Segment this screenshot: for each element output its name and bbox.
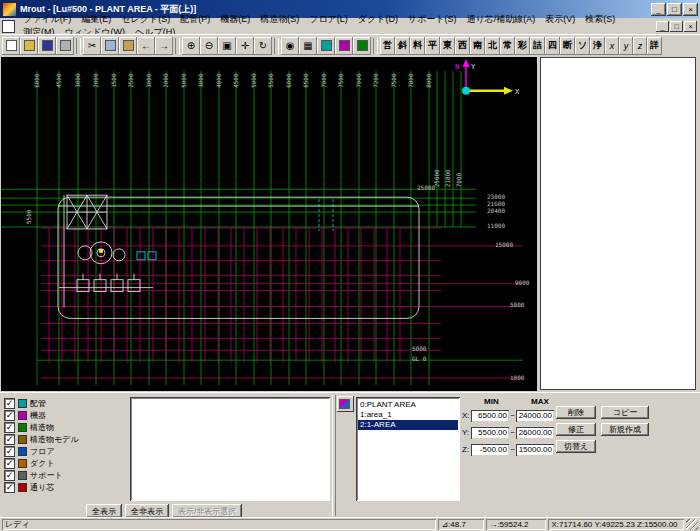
menu-item-6[interactable]: フロア(L)	[304, 13, 353, 25]
menu-item-9[interactable]: 通り芯/補助線(A)	[462, 13, 541, 25]
toolbar-separator	[175, 38, 180, 54]
zoom-out-icon[interactable]: ⊖	[200, 37, 218, 55]
view-button-13[interactable]: ソ	[575, 37, 590, 55]
layer-checkbox-2[interactable]: ✓	[4, 422, 15, 433]
resize-grip[interactable]	[686, 519, 698, 530]
toolbar: ✂←→⊕⊖▣✛↻◉▦営斜料平東西南北常彩詰四断ソ浄xyz詳	[0, 34, 700, 56]
visibility-eye-icon[interactable]: ◉	[281, 37, 299, 55]
view-button-14[interactable]: 浄	[590, 37, 605, 55]
print-icon[interactable]	[56, 37, 74, 55]
view-button-3[interactable]: 平	[425, 37, 440, 55]
svg-text:2500: 2500	[127, 73, 134, 88]
svg-text:9000: 9000	[515, 279, 530, 286]
axis-button-x[interactable]: x	[605, 37, 619, 55]
menu-item-11[interactable]: 検索(S)	[580, 13, 620, 25]
child-close-button[interactable]: ×	[684, 21, 697, 32]
detail-button[interactable]: 詳	[647, 37, 662, 55]
menu-item-10[interactable]: 表示(V)	[540, 13, 580, 25]
layer-checkbox-4[interactable]: ✓	[4, 446, 15, 457]
hide-all-button[interactable]: 全非表示	[125, 504, 169, 518]
view-button-5[interactable]: 西	[455, 37, 470, 55]
tilde-label: ~	[509, 445, 516, 454]
svg-text:5000: 5000	[412, 345, 427, 352]
menu-item-7[interactable]: ダクト(D)	[353, 13, 403, 25]
redraw-icon[interactable]: ↻	[254, 37, 272, 55]
pipe-route-icon[interactable]	[317, 37, 335, 55]
undo-icon[interactable]: ←	[137, 37, 155, 55]
pipe-icon	[18, 399, 27, 408]
switch-button[interactable]: 切替え	[556, 440, 596, 453]
range-x-min-field[interactable]	[471, 410, 509, 422]
view-button-8[interactable]: 常	[500, 37, 515, 55]
side-list-panel[interactable]	[540, 57, 696, 390]
delete-button[interactable]: 削除	[556, 406, 596, 419]
view-button-11[interactable]: 四	[545, 37, 560, 55]
range-z-min-field[interactable]	[471, 444, 509, 456]
axis-label-x: X:	[462, 411, 471, 420]
area-tool-icon	[339, 399, 350, 409]
redo-icon[interactable]: →	[155, 37, 173, 55]
structure-icon[interactable]	[353, 37, 371, 55]
area-list-item-2[interactable]: 2:1-AREA	[358, 420, 458, 430]
show-all-button[interactable]: 全表示	[86, 504, 122, 518]
view-button-6[interactable]: 南	[470, 37, 485, 55]
area-tool-button[interactable]	[337, 396, 354, 412]
layer-checkbox-3[interactable]: ✓	[4, 434, 15, 445]
area-list-item-0[interactable]: 0:PLANT AREA	[358, 400, 458, 410]
new-file-icon[interactable]	[2, 37, 20, 55]
cad-viewport[interactable]: 6000450030002000150025003000200050003000…	[1, 57, 537, 391]
layer-checkbox-7[interactable]: ✓	[4, 482, 15, 493]
menu-item-0[interactable]: ファイル(F)	[18, 13, 76, 25]
menu-bar: ファイル(F)編集(E)セレクト(S)配管(P)機器(E)構造物(S)フロア(L…	[0, 18, 700, 34]
pan-icon[interactable]: ✛	[236, 37, 254, 55]
save-icon[interactable]	[38, 37, 56, 55]
child-restore-button[interactable]: □	[670, 21, 683, 32]
panel-splitter[interactable]	[332, 395, 336, 516]
view-button-4[interactable]: 東	[440, 37, 455, 55]
grid-icon[interactable]: ▦	[299, 37, 317, 55]
show-hide-select-button[interactable]: 表示/非表示選択	[172, 504, 242, 518]
menu-item-8[interactable]: サポート(S)	[403, 13, 462, 25]
view-button-1[interactable]: 斜	[395, 37, 410, 55]
view-button-0[interactable]: 営	[380, 37, 395, 55]
status-ready: レディ	[2, 519, 436, 530]
range-x-max-field[interactable]	[516, 410, 554, 422]
layer-checkbox-0[interactable]: ✓	[4, 398, 15, 409]
view-button-12[interactable]: 断	[560, 37, 575, 55]
open-folder-icon[interactable]	[20, 37, 38, 55]
view-button-2[interactable]: 料	[410, 37, 425, 55]
range-y-max-field[interactable]	[516, 427, 554, 439]
axis-button-y[interactable]: y	[619, 37, 633, 55]
menu-item-4[interactable]: 機器(E)	[215, 13, 255, 25]
create-new-button[interactable]: 新規作成	[601, 423, 649, 436]
child-minimize-button[interactable]: _	[656, 21, 669, 32]
equipment-icon[interactable]	[335, 37, 353, 55]
layer-checkbox-6[interactable]: ✓	[4, 470, 15, 481]
range-z-max-field[interactable]	[516, 444, 554, 456]
zoom-extents-icon[interactable]: ▣	[218, 37, 236, 55]
close-button[interactable]: ×	[683, 3, 698, 16]
copy-icon[interactable]	[101, 37, 119, 55]
cut-icon[interactable]: ✂	[83, 37, 101, 55]
zoom-in-icon[interactable]: ⊕	[182, 37, 200, 55]
area-list[interactable]: 0:PLANT AREA1:area_12:1-AREA	[356, 397, 460, 501]
copy-button[interactable]: コピー	[601, 406, 649, 419]
axis-button-z[interactable]: z	[633, 37, 647, 55]
view-button-9[interactable]: 彩	[515, 37, 530, 55]
paste-icon[interactable]	[119, 37, 137, 55]
tilde-label: ~	[509, 428, 516, 437]
menu-item-5[interactable]: 構造物(S)	[255, 13, 304, 25]
maximize-button[interactable]: □	[667, 3, 682, 16]
layer-checkbox-1[interactable]: ✓	[4, 410, 15, 421]
menu-item-2[interactable]: セレクト(S)	[116, 13, 175, 25]
view-button-10[interactable]: 詰	[530, 37, 545, 55]
menu-item-3[interactable]: 配管(P)	[175, 13, 215, 25]
range-y-min-field[interactable]	[471, 427, 509, 439]
menu-item-1[interactable]: 編集(E)	[76, 13, 116, 25]
layer-checkbox-5[interactable]: ✓	[4, 458, 15, 469]
view-button-7[interactable]: 北	[485, 37, 500, 55]
object-list[interactable]	[130, 397, 330, 501]
svg-text:4500: 4500	[55, 73, 62, 88]
area-list-item-1[interactable]: 1:area_1	[358, 410, 458, 420]
modify-button[interactable]: 修正	[556, 423, 596, 436]
